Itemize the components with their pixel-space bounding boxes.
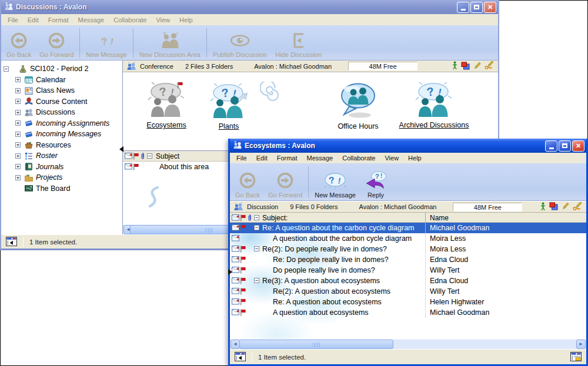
conference-plants[interactable]: ?!Plants bbox=[199, 83, 258, 130]
key-permission-icon[interactable] bbox=[485, 61, 495, 71]
toolbar-button-new-message[interactable]: ?!New Message bbox=[82, 26, 131, 60]
edit-permission-icon[interactable] bbox=[562, 202, 569, 211]
expand-box[interactable]: + bbox=[15, 142, 21, 147]
expand-box[interactable]: + bbox=[15, 110, 21, 115]
message-row[interactable]: −Re(3): A question about ecosystemsEdna … bbox=[230, 276, 586, 286]
toolbar-button-reply[interactable]: ?!Reply bbox=[360, 164, 392, 200]
who-is-online-icon[interactable] bbox=[540, 202, 546, 212]
expand-box[interactable]: + bbox=[15, 99, 21, 104]
flag-icon bbox=[240, 246, 246, 254]
menu-format[interactable]: Format bbox=[44, 15, 74, 25]
message-row[interactable]: Re: A question about ecosystemsHelen Hig… bbox=[230, 297, 586, 307]
who-is-online-icon[interactable] bbox=[452, 61, 457, 71]
menu-format[interactable]: Format bbox=[272, 153, 302, 163]
pane-splitter-arrow[interactable] bbox=[119, 146, 123, 152]
expand-box[interactable]: + bbox=[15, 175, 21, 180]
collapse-all-box[interactable]: − bbox=[147, 153, 152, 159]
toolbar-button-go-back[interactable]: Go Back bbox=[2, 26, 35, 60]
message-row[interactable]: Do people really live in domes?Willy Ter… bbox=[230, 265, 586, 276]
tree-item-discussions[interactable]: +Discussions bbox=[1, 107, 122, 118]
subject-column-header[interactable]: Subject bbox=[156, 152, 179, 160]
desktop: ?! Discussions : Avalon ✕ FileEditFormat… bbox=[0, 0, 588, 366]
expand-box[interactable]: + bbox=[15, 153, 21, 159]
tree-item-the-board[interactable]: The Board bbox=[1, 183, 122, 194]
titlebar-discussions[interactable]: ?! Discussions : Avalon ✕ bbox=[1, 0, 498, 14]
nav-forward-icon bbox=[48, 31, 65, 50]
toolbar-button-go-forward[interactable]: Go Forward bbox=[35, 26, 78, 60]
maximize-button[interactable] bbox=[559, 140, 571, 152]
message-row[interactable]: Re(2): A question about ecosystemsWilly … bbox=[230, 286, 586, 297]
toggle-summary-pane-icon[interactable] bbox=[570, 352, 582, 362]
toolbar-button-new-message[interactable]: ?!New Message bbox=[310, 164, 360, 200]
message-row[interactable]: Re: Do people really live in domes?Edna … bbox=[230, 254, 586, 265]
tree-item-class-news[interactable]: +Class News bbox=[1, 85, 122, 96]
menu-message[interactable]: Message bbox=[302, 153, 338, 163]
new-message-icon: ?! bbox=[94, 31, 119, 50]
collapse-thread-box[interactable]: − bbox=[254, 278, 259, 283]
tree-item-course-content[interactable]: +Course Content bbox=[1, 96, 122, 108]
collapse-thread-box[interactable]: − bbox=[254, 246, 259, 251]
minimize-button[interactable] bbox=[457, 2, 469, 13]
menu-file[interactable]: File bbox=[232, 153, 252, 163]
expand-box[interactable]: + bbox=[15, 164, 21, 169]
menu-message[interactable]: Message bbox=[74, 15, 109, 25]
horizontal-scrollbar[interactable]: ◄ ► bbox=[230, 339, 586, 349]
toolbar-button-publish-discussion[interactable]: Publish Discussion bbox=[209, 26, 271, 60]
collapse-all-box[interactable]: − bbox=[254, 215, 259, 220]
name-column-header[interactable]: Name bbox=[425, 213, 586, 222]
edit-permission-icon[interactable] bbox=[473, 62, 481, 71]
titlebar-ecosystems[interactable]: ?! Ecosystems : Avalon ✕ bbox=[230, 139, 586, 153]
menu-edit[interactable]: Edit bbox=[23, 15, 44, 25]
list-header[interactable]: − Subject: Name bbox=[230, 213, 586, 223]
conference-ecosystems[interactable]: ?!Ecosystems bbox=[131, 82, 202, 129]
scroll-left-button[interactable]: ◄ bbox=[230, 340, 240, 349]
pane-splitter-arrow[interactable] bbox=[228, 269, 232, 275]
maximize-button[interactable] bbox=[470, 2, 483, 13]
minimize-button[interactable] bbox=[545, 140, 557, 152]
menu-file[interactable]: File bbox=[3, 15, 23, 25]
toolbar-button-go-back[interactable]: Go Back bbox=[231, 164, 264, 200]
tree-item-sci102-period-2[interactable]: −SCI102 - Period 2 bbox=[1, 63, 122, 75]
subject-column-header[interactable]: Subject: bbox=[262, 214, 288, 222]
name-cell: Moira Less bbox=[425, 244, 586, 254]
close-button[interactable]: ✕ bbox=[484, 2, 496, 13]
toggle-left-pane-icon[interactable] bbox=[235, 352, 246, 362]
tree-item-incoming-messages[interactable]: +Incoming Messages bbox=[1, 129, 122, 140]
menu-edit[interactable]: Edit bbox=[252, 153, 272, 163]
toolbar-button-new-discussion-area[interactable]: ?!New Discussion Area bbox=[135, 26, 205, 60]
toolbar-button-hide-discussion[interactable]: Hide Discussion bbox=[271, 26, 326, 60]
menu-help[interactable]: Help bbox=[175, 15, 198, 25]
expand-box[interactable]: + bbox=[15, 77, 21, 82]
message-row-selected[interactable]: −Re: A question about the carbon cycle d… bbox=[230, 223, 586, 233]
tree-item-resources[interactable]: +Resources bbox=[1, 140, 122, 151]
close-button[interactable]: ✕ bbox=[572, 140, 584, 152]
message-row[interactable]: A question about ecosystemsMichael Goodm… bbox=[230, 307, 586, 318]
pages-icon[interactable] bbox=[461, 62, 470, 71]
expand-box[interactable]: + bbox=[15, 88, 21, 93]
tree-item-calendar[interactable]: +Calendar bbox=[1, 75, 122, 86]
expand-box[interactable]: + bbox=[15, 132, 21, 137]
expand-box[interactable]: + bbox=[15, 120, 21, 126]
message-row[interactable]: A question about the carbon cycle diagra… bbox=[230, 233, 586, 244]
scrollbar-thumb[interactable] bbox=[239, 340, 393, 349]
conference-office-hours[interactable]: Office Hours bbox=[323, 82, 393, 130]
collapse-box[interactable]: − bbox=[4, 66, 9, 72]
key-permission-icon[interactable] bbox=[573, 202, 583, 212]
tree-item-journals[interactable]: +Journals bbox=[1, 162, 122, 173]
tree-item-projects[interactable]: +Projects bbox=[1, 172, 122, 183]
menu-help[interactable]: Help bbox=[403, 153, 426, 163]
message-row[interactable]: −Re(2): Do people really live in domes?M… bbox=[230, 244, 586, 254]
tree-item-roster[interactable]: +Roster bbox=[1, 150, 122, 162]
menu-collaborate[interactable]: Collaborate bbox=[109, 15, 151, 25]
toggle-left-pane-icon[interactable] bbox=[6, 237, 17, 247]
scroll-right-button[interactable]: ► bbox=[576, 340, 586, 349]
menu-view[interactable]: View bbox=[380, 153, 403, 163]
menu-view[interactable]: View bbox=[151, 15, 175, 25]
collapse-thread-box[interactable]: − bbox=[254, 225, 259, 230]
conference-archived-discussions[interactable]: ?!Archived Discussions bbox=[384, 82, 484, 129]
tree-item-incoming-assignments[interactable]: +Incoming Assignments bbox=[1, 118, 122, 129]
toolbar-button-go-forward[interactable]: Go Forward bbox=[264, 164, 306, 200]
pages-icon[interactable] bbox=[549, 202, 558, 211]
news-icon bbox=[24, 86, 34, 95]
menu-collaborate[interactable]: Collaborate bbox=[338, 153, 380, 163]
